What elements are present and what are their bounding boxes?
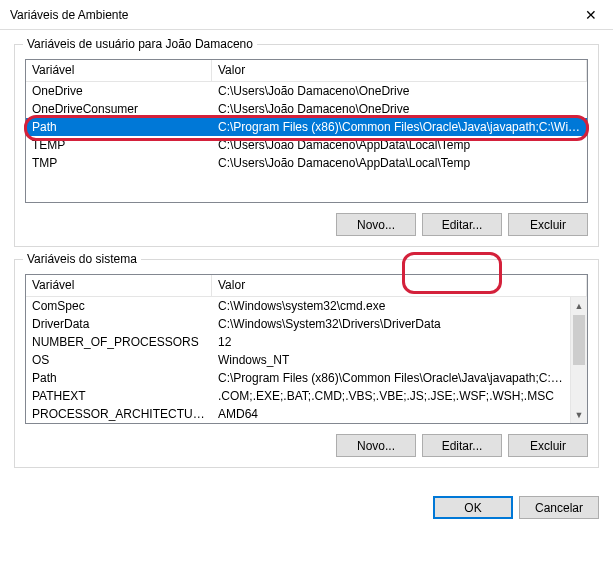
cell-variable: OneDrive — [26, 82, 212, 100]
scroll-down-icon[interactable]: ▼ — [571, 406, 587, 423]
cell-variable: PATHEXT — [26, 387, 212, 405]
column-header-variable[interactable]: Variável — [26, 60, 212, 81]
cell-value: .COM;.EXE;.BAT;.CMD;.VBS;.VBE;.JS;.JSE;.… — [212, 387, 570, 405]
table-row[interactable]: NUMBER_OF_PROCESSORS12 — [26, 333, 570, 351]
cell-value: C:\Users\João Damaceno\OneDrive — [212, 100, 587, 118]
column-header-value[interactable]: Valor — [212, 60, 587, 81]
sys-vars-buttons: Novo... Editar... Excluir — [25, 434, 588, 457]
cell-variable: DriverData — [26, 315, 212, 333]
table-row[interactable]: OSWindows_NT — [26, 351, 570, 369]
cell-value: C:\Program Files (x86)\Common Files\Orac… — [212, 118, 587, 136]
scroll-thumb[interactable] — [573, 315, 585, 365]
user-vars-legend: Variáveis de usuário para João Damaceno — [23, 37, 257, 51]
sys-new-button[interactable]: Novo... — [336, 434, 416, 457]
user-new-button[interactable]: Novo... — [336, 213, 416, 236]
cell-value: C:\Users\João Damaceno\AppData\Local\Tem… — [212, 154, 587, 172]
cell-variable: OS — [26, 351, 212, 369]
table-row[interactable]: OneDriveC:\Users\João Damaceno\OneDrive — [26, 82, 587, 100]
table-row[interactable]: DriverDataC:\Windows\System32\Drivers\Dr… — [26, 315, 570, 333]
column-header-value[interactable]: Valor — [212, 275, 587, 296]
sys-vars-listview[interactable]: Variável Valor ComSpecC:\Windows\system3… — [25, 274, 588, 424]
sys-edit-button[interactable]: Editar... — [422, 434, 502, 457]
cell-variable: TMP — [26, 154, 212, 172]
listview-body: OneDriveC:\Users\João Damaceno\OneDriveO… — [26, 82, 587, 202]
cell-value: AMD64 — [212, 405, 570, 423]
cell-variable: NUMBER_OF_PROCESSORS — [26, 333, 212, 351]
user-vars-group: Variáveis de usuário para João Damaceno … — [14, 44, 599, 247]
scroll-up-icon[interactable]: ▲ — [571, 297, 587, 314]
sys-vars-legend: Variáveis do sistema — [23, 252, 141, 266]
cell-value: C:\Windows\system32\cmd.exe — [212, 297, 570, 315]
user-edit-button[interactable]: Editar... — [422, 213, 502, 236]
scrollbar[interactable]: ▲ ▼ — [570, 297, 587, 423]
user-delete-button[interactable]: Excluir — [508, 213, 588, 236]
table-row[interactable]: ComSpecC:\Windows\system32\cmd.exe — [26, 297, 570, 315]
dialog-content: Variáveis de usuário para João Damaceno … — [0, 30, 613, 488]
cell-value: C:\Users\João Damaceno\AppData\Local\Tem… — [212, 136, 587, 154]
user-vars-buttons: Novo... Editar... Excluir — [25, 213, 588, 236]
table-row[interactable]: PathC:\Program Files (x86)\Common Files\… — [26, 118, 587, 136]
close-icon: ✕ — [585, 7, 597, 23]
user-vars-listview[interactable]: Variável Valor OneDriveC:\Users\João Dam… — [25, 59, 588, 203]
cell-variable: TEMP — [26, 136, 212, 154]
cell-value: C:\Users\João Damaceno\OneDrive — [212, 82, 587, 100]
table-row[interactable]: OneDriveConsumerC:\Users\João Damaceno\O… — [26, 100, 587, 118]
cell-variable: Path — [26, 369, 212, 387]
cell-value: C:\Program Files (x86)\Common Files\Orac… — [212, 369, 570, 387]
close-button[interactable]: ✕ — [568, 0, 613, 30]
table-row[interactable]: PROCESSOR_ARCHITECTUREAMD64 — [26, 405, 570, 423]
table-row[interactable]: TEMPC:\Users\João Damaceno\AppData\Local… — [26, 136, 587, 154]
listview-header: Variável Valor — [26, 60, 587, 82]
cell-value: Windows_NT — [212, 351, 570, 369]
cell-value: 12 — [212, 333, 570, 351]
column-header-variable[interactable]: Variável — [26, 275, 212, 296]
cell-variable: ComSpec — [26, 297, 212, 315]
cell-variable: PROCESSOR_ARCHITECTURE — [26, 405, 212, 423]
listview-body: ComSpecC:\Windows\system32\cmd.exeDriver… — [26, 297, 587, 423]
cell-variable: OneDriveConsumer — [26, 100, 212, 118]
table-row[interactable]: TMPC:\Users\João Damaceno\AppData\Local\… — [26, 154, 587, 172]
ok-button[interactable]: OK — [433, 496, 513, 519]
cell-value: C:\Windows\System32\Drivers\DriverData — [212, 315, 570, 333]
table-row[interactable]: PATHEXT.COM;.EXE;.BAT;.CMD;.VBS;.VBE;.JS… — [26, 387, 570, 405]
cancel-button[interactable]: Cancelar — [519, 496, 599, 519]
sys-vars-group: Variáveis do sistema Variável Valor ComS… — [14, 259, 599, 468]
titlebar: Variáveis de Ambiente ✕ — [0, 0, 613, 30]
dialog-buttons: OK Cancelar — [0, 488, 613, 533]
listview-header: Variável Valor — [26, 275, 587, 297]
table-row[interactable]: PathC:\Program Files (x86)\Common Files\… — [26, 369, 570, 387]
cell-variable: Path — [26, 118, 212, 136]
window-title: Variáveis de Ambiente — [10, 8, 129, 22]
sys-delete-button[interactable]: Excluir — [508, 434, 588, 457]
